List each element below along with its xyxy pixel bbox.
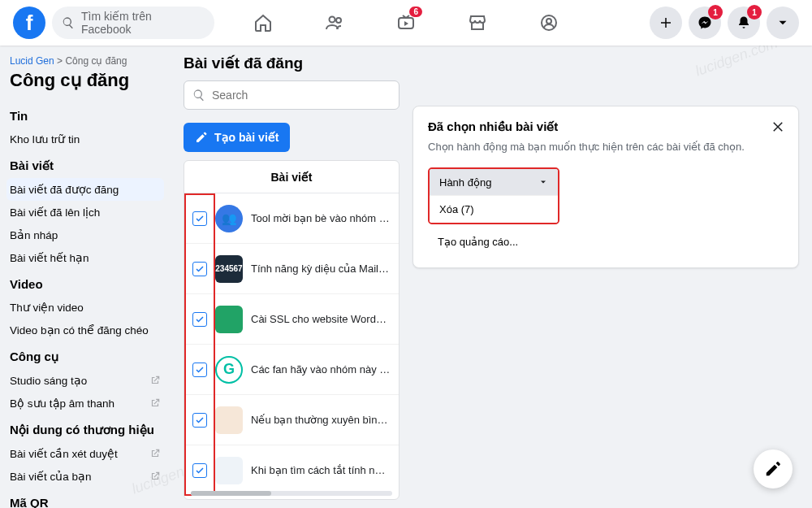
- dropdown-option-delete[interactable]: Xóa (7): [430, 195, 558, 223]
- post-thumbnail: 👥: [215, 205, 243, 232]
- sidebar-item[interactable]: Bài viết hết hạn: [6, 246, 164, 269]
- post-row[interactable]: GCác fan hãy vào nhóm này để giao ...: [184, 345, 399, 395]
- post-checkbox[interactable]: [192, 312, 207, 327]
- post-checkbox[interactable]: [192, 463, 207, 478]
- post-title: Các fan hãy vào nhóm này để giao ...: [251, 363, 391, 376]
- post-title: Cài SSL cho website WordPress và ...: [251, 313, 391, 325]
- sidebar-item[interactable]: Bài viết đã được đăng: [6, 178, 164, 201]
- post-title: Nếu bạn thường xuyên bình luận tr...: [251, 414, 391, 426]
- caret-down-icon: [538, 177, 548, 187]
- posts-panel: Bài viết 👥Tool mời bạn bè vào nhóm trên …: [184, 160, 400, 500]
- notif-badge: 1: [747, 5, 762, 20]
- svg-point-1: [336, 18, 341, 23]
- breadcrumb-link[interactable]: Lucid Gen: [10, 55, 54, 67]
- nav-groups[interactable]: [516, 3, 581, 42]
- sidebar-group-head: Công cụ: [6, 341, 164, 369]
- plus-icon: [659, 15, 673, 30]
- create-button[interactable]: [650, 7, 682, 39]
- account-menu[interactable]: [767, 7, 799, 39]
- nav-marketplace[interactable]: [445, 3, 510, 42]
- sidebar-item[interactable]: Video bạn có thể đăng chéo: [6, 319, 164, 341]
- post-thumbnail: G: [215, 356, 243, 384]
- compose-icon: [195, 131, 208, 144]
- sidebar-item[interactable]: Bài viết đã lên lịch: [6, 201, 164, 224]
- post-checkbox[interactable]: [192, 211, 207, 226]
- external-link-icon: [149, 471, 161, 482]
- bulk-action-card: Đã chọn nhiều bài viết Chọn hành động mà…: [412, 106, 799, 268]
- sidebar: Lucid Gen > Công cụ đăng Công cụ đăng Ti…: [0, 46, 171, 508]
- post-thumbnail: [215, 406, 243, 434]
- close-icon: [771, 119, 785, 134]
- post-title: Tool mời bạn bè vào nhóm trên Fac...: [251, 212, 391, 224]
- post-checkbox[interactable]: [192, 413, 207, 428]
- nav-watch[interactable]: 6: [374, 3, 438, 42]
- breadcrumb: Lucid Gen > Công cụ đăng: [6, 55, 164, 67]
- search-icon: [62, 16, 75, 29]
- sidebar-item[interactable]: Studio sáng tạo: [6, 369, 164, 392]
- post-row[interactable]: Cài SSL cho website WordPress và ...: [184, 294, 399, 345]
- close-button[interactable]: [769, 118, 787, 136]
- sidebar-group-head: Video: [6, 269, 164, 296]
- post-thumbnail: [215, 457, 243, 484]
- post-thumbnail: 0123456789: [215, 255, 243, 283]
- post-row[interactable]: Nếu bạn thường xuyên bình luận tr...: [184, 395, 399, 445]
- watch-badge: 6: [409, 7, 422, 17]
- sidebar-item[interactable]: Thư viện video: [6, 296, 164, 319]
- posts-list[interactable]: 👥Tool mời bạn bè vào nhóm trên Fac...012…: [184, 193, 399, 489]
- external-link-icon: [149, 448, 161, 459]
- horizontal-scrollbar[interactable]: [191, 491, 392, 496]
- svg-point-0: [330, 17, 335, 23]
- search-icon: [192, 89, 205, 102]
- posts-column-header: Bài viết: [184, 161, 399, 193]
- svg-point-4: [546, 19, 551, 24]
- top-bar: f Tìm kiếm trên Facebook 6 1: [0, 0, 812, 46]
- messenger-button[interactable]: 1: [689, 7, 721, 39]
- sidebar-group-head: Bài viết: [6, 150, 164, 178]
- sidebar-item[interactable]: Bài viết của bạn: [6, 465, 164, 488]
- post-title: Tính năng kỳ diệu của Mail Merge t...: [251, 263, 391, 275]
- external-link-icon: [149, 375, 161, 386]
- highlight-dropdown: Hành động Xóa (7): [428, 167, 559, 224]
- post-row[interactable]: 👥Tool mời bạn bè vào nhóm trên Fac...: [184, 193, 399, 244]
- post-row[interactable]: 0123456789Tính năng kỳ diệu của Mail Mer…: [184, 244, 399, 294]
- global-search[interactable]: Tìm kiếm trên Facebook: [52, 7, 214, 39]
- compose-icon: [764, 460, 782, 478]
- sidebar-item[interactable]: Kho lưu trữ tin: [6, 128, 164, 150]
- external-link-icon: [149, 397, 161, 409]
- notifications-button[interactable]: 1: [728, 7, 760, 39]
- facebook-logo[interactable]: f: [13, 7, 45, 39]
- sidebar-group-head: Nội dung có thương hiệu: [6, 415, 164, 442]
- create-post-button[interactable]: Tạo bài viết: [184, 123, 290, 152]
- post-thumbnail: [215, 306, 243, 333]
- posts-search-input[interactable]: [212, 89, 391, 102]
- caret-down-icon: [775, 15, 790, 30]
- post-checkbox[interactable]: [192, 262, 207, 276]
- posts-search[interactable]: [184, 80, 400, 110]
- sidebar-item[interactable]: Bộ sưu tập âm thanh: [6, 392, 164, 415]
- global-search-placeholder: Tìm kiếm trên Facebook: [81, 10, 205, 36]
- action-dropdown[interactable]: Hành động: [430, 169, 558, 195]
- post-title: Khi bạn tìm cách tắt tính năng bài n...: [251, 464, 391, 476]
- dropdown-option-ads[interactable]: Tạo quảng cáo...: [428, 229, 784, 254]
- nav-friends[interactable]: [302, 3, 367, 42]
- post-row[interactable]: Khi bạn tìm cách tắt tính năng bài n...: [184, 445, 399, 489]
- sidebar-group-head: Tin: [6, 101, 164, 128]
- card-subtitle: Chọn hành động mà bạn muốn thực hiện trê…: [428, 141, 784, 153]
- sidebar-item[interactable]: Bản nháp: [6, 224, 164, 246]
- messenger-badge: 1: [708, 5, 723, 20]
- card-title: Đã chọn nhiều bài viết: [428, 119, 784, 134]
- nav-home[interactable]: [231, 3, 296, 42]
- sidebar-item[interactable]: Bài viết cần xét duyệt: [6, 442, 164, 465]
- compose-fab[interactable]: [754, 449, 793, 488]
- center-nav: 6: [231, 3, 581, 42]
- sidebar-group-head: Mã QR: [6, 488, 164, 508]
- post-checkbox[interactable]: [192, 363, 207, 377]
- right-icons: 1 1: [650, 7, 799, 39]
- sidebar-title: Công cụ đăng: [6, 67, 164, 101]
- page-title: Bài viết đã đăng: [184, 54, 400, 72]
